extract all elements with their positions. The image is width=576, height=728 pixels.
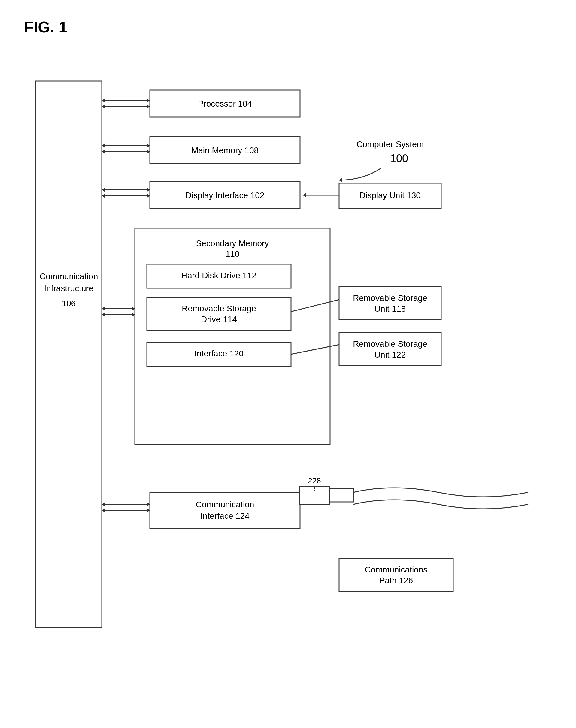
svg-text:228: 228 <box>308 476 321 485</box>
svg-marker-8 <box>147 98 150 103</box>
svg-marker-9 <box>147 104 150 109</box>
svg-rect-68 <box>299 486 329 504</box>
svg-text:Display Interface 102: Display Interface 102 <box>185 191 264 200</box>
svg-rect-35 <box>135 228 330 444</box>
svg-rect-65 <box>150 492 300 528</box>
page: FIG. 1 Communication Infrastructure 106 <box>0 0 576 728</box>
svg-marker-25 <box>147 194 150 198</box>
svg-rect-69 <box>329 489 353 502</box>
svg-text:Communication: Communication <box>40 272 98 281</box>
svg-marker-45 <box>132 312 135 317</box>
svg-rect-56 <box>339 333 441 366</box>
svg-marker-43 <box>102 312 105 317</box>
svg-marker-42 <box>102 306 105 311</box>
svg-text:106: 106 <box>62 299 76 308</box>
svg-rect-30 <box>339 183 441 209</box>
svg-text:Communications: Communications <box>365 565 428 574</box>
svg-line-49 <box>291 300 339 312</box>
svg-text:Secondary Memory: Secondary Memory <box>196 239 269 248</box>
svg-marker-44 <box>132 306 135 311</box>
svg-marker-7 <box>102 104 105 109</box>
svg-text:Infrastructure: Infrastructure <box>44 284 94 293</box>
svg-text:110: 110 <box>226 249 240 259</box>
svg-text:100: 100 <box>390 152 408 164</box>
svg-rect-53 <box>147 342 291 366</box>
fig-title: FIG. 1 <box>24 18 552 36</box>
svg-marker-14 <box>102 144 105 148</box>
svg-rect-10 <box>150 90 300 117</box>
svg-text:Computer System: Computer System <box>356 140 424 149</box>
svg-marker-62 <box>102 508 105 512</box>
diagram-container: Communication Infrastructure 106 Process… <box>33 54 543 715</box>
svg-marker-23 <box>102 194 105 198</box>
svg-text:Unit 122: Unit 122 <box>374 350 406 359</box>
svg-rect-26 <box>150 182 300 209</box>
svg-text:Main Memory 108: Main Memory 108 <box>191 146 259 155</box>
svg-rect-50 <box>339 287 441 320</box>
svg-rect-46 <box>147 297 291 330</box>
svg-text:Communication: Communication <box>196 500 254 509</box>
svg-marker-64 <box>147 508 150 512</box>
svg-text:Removable Storage: Removable Storage <box>353 339 427 348</box>
svg-rect-38 <box>147 264 291 288</box>
svg-rect-18 <box>150 136 300 163</box>
svg-marker-22 <box>102 188 105 192</box>
svg-marker-61 <box>102 502 105 507</box>
svg-marker-24 <box>147 188 150 192</box>
svg-line-55 <box>291 345 339 354</box>
svg-marker-29 <box>303 193 306 197</box>
svg-text:Drive 114: Drive 114 <box>201 314 237 324</box>
svg-text:Removable Storage: Removable Storage <box>182 304 256 313</box>
svg-marker-6 <box>102 98 105 103</box>
svg-rect-0 <box>36 81 102 628</box>
svg-text:Processor 104: Processor 104 <box>198 99 252 109</box>
svg-marker-63 <box>147 502 150 507</box>
svg-marker-15 <box>102 150 105 154</box>
svg-rect-72 <box>339 558 453 592</box>
svg-text:Removable Storage: Removable Storage <box>353 293 427 303</box>
svg-marker-17 <box>147 150 150 154</box>
svg-marker-34 <box>339 178 342 182</box>
svg-text:Unit 118: Unit 118 <box>374 304 406 313</box>
svg-text:Interface 120: Interface 120 <box>194 349 243 358</box>
svg-text:Hard Disk Drive 112: Hard Disk Drive 112 <box>181 271 257 280</box>
svg-text:Interface 124: Interface 124 <box>200 511 249 521</box>
svg-marker-16 <box>147 144 150 148</box>
svg-text:Path 126: Path 126 <box>379 576 413 585</box>
svg-text:Display Unit 130: Display Unit 130 <box>359 191 421 200</box>
